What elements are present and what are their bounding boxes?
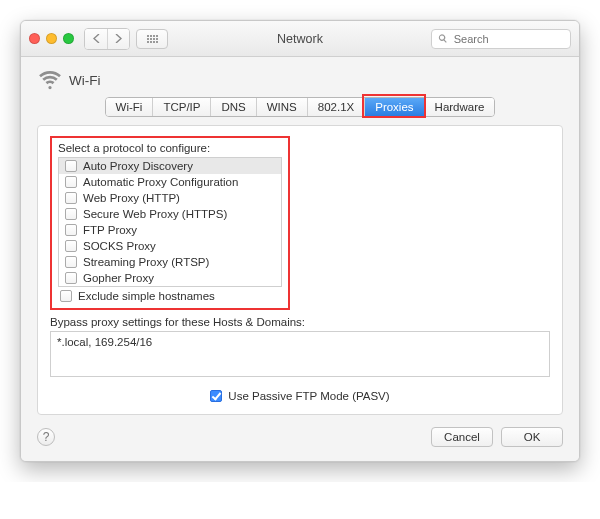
exclude-simple-row[interactable]: Exclude simple hostnames xyxy=(58,287,282,302)
chevron-right-icon xyxy=(115,34,122,43)
exclude-simple-label: Exclude simple hostnames xyxy=(78,290,215,302)
protocol-checkbox[interactable] xyxy=(65,160,77,172)
protocol-checkbox[interactable] xyxy=(65,272,77,284)
protocol-label: Streaming Proxy (RTSP) xyxy=(83,256,209,268)
help-button[interactable]: ? xyxy=(37,428,55,446)
tab-wi-fi[interactable]: Wi-Fi xyxy=(106,98,154,116)
protocol-checkbox[interactable] xyxy=(65,240,77,252)
tab-tcp-ip[interactable]: TCP/IP xyxy=(153,98,211,116)
search-input[interactable] xyxy=(452,32,564,46)
passive-ftp-label: Use Passive FTP Mode (PASV) xyxy=(228,390,389,402)
protocol-row[interactable]: Secure Web Proxy (HTTPS) xyxy=(59,206,281,222)
tab-wins[interactable]: WINS xyxy=(257,98,308,116)
nav-back-forward xyxy=(84,28,130,50)
back-button[interactable] xyxy=(85,29,107,49)
close-window-button[interactable] xyxy=(29,33,40,44)
protocol-checkbox[interactable] xyxy=(65,224,77,236)
zoom-window-button[interactable] xyxy=(63,33,74,44)
passive-ftp-checkbox[interactable] xyxy=(210,390,222,402)
titlebar: Network xyxy=(21,21,579,57)
protocol-row[interactable]: Web Proxy (HTTP) xyxy=(59,190,281,206)
protocol-section-label: Select a protocol to configure: xyxy=(58,142,282,154)
protocol-row[interactable]: Gopher Proxy xyxy=(59,270,281,286)
search-icon xyxy=(438,33,448,44)
protocol-label: Automatic Proxy Configuration xyxy=(83,176,238,188)
protocol-row[interactable]: Automatic Proxy Configuration xyxy=(59,174,281,190)
protocol-label: Auto Proxy Discovery xyxy=(83,160,193,172)
protocol-row[interactable]: Auto Proxy Discovery xyxy=(59,158,281,174)
tab-proxies[interactable]: Proxies xyxy=(365,98,424,116)
protocol-checkbox[interactable] xyxy=(65,256,77,268)
bypass-textarea[interactable] xyxy=(50,331,550,377)
protocol-checkbox[interactable] xyxy=(65,208,77,220)
grid-icon xyxy=(147,35,158,43)
annotation-highlight-protocols: Select a protocol to configure: Auto Pro… xyxy=(50,136,290,310)
footer: ? Cancel OK xyxy=(37,427,563,447)
tab-hardware[interactable]: Hardware xyxy=(425,98,495,116)
preferences-window: Network Wi-Fi Wi-FiTCP/IPDNSWINS802.1XPr… xyxy=(20,20,580,462)
proxies-panel: Select a protocol to configure: Auto Pro… xyxy=(37,125,563,415)
tab-dns[interactable]: DNS xyxy=(211,98,256,116)
ok-button[interactable]: OK xyxy=(501,427,563,447)
protocol-label: Web Proxy (HTTP) xyxy=(83,192,180,204)
protocol-row[interactable]: Streaming Proxy (RTSP) xyxy=(59,254,281,270)
connection-header: Wi-Fi xyxy=(37,69,563,91)
protocol-row[interactable]: FTP Proxy xyxy=(59,222,281,238)
cancel-button[interactable]: Cancel xyxy=(431,427,493,447)
passive-ftp-row[interactable]: Use Passive FTP Mode (PASV) xyxy=(50,390,550,402)
search-field-wrap[interactable] xyxy=(431,29,571,49)
protocol-label: SOCKS Proxy xyxy=(83,240,156,252)
protocol-checkbox[interactable] xyxy=(65,192,77,204)
wifi-icon xyxy=(39,69,61,91)
protocol-list[interactable]: Auto Proxy DiscoveryAutomatic Proxy Conf… xyxy=(58,157,282,287)
tab-802-1x[interactable]: 802.1X xyxy=(308,98,365,116)
protocol-row[interactable]: SOCKS Proxy xyxy=(59,238,281,254)
protocol-label: Secure Web Proxy (HTTPS) xyxy=(83,208,227,220)
protocol-label: Gopher Proxy xyxy=(83,272,154,284)
protocol-label: FTP Proxy xyxy=(83,224,137,236)
show-all-button[interactable] xyxy=(136,29,168,49)
exclude-simple-checkbox[interactable] xyxy=(60,290,72,302)
tabs: Wi-FiTCP/IPDNSWINS802.1XProxiesHardware xyxy=(105,97,496,117)
tab-row: Wi-FiTCP/IPDNSWINS802.1XProxiesHardware xyxy=(37,97,563,117)
bypass-label: Bypass proxy settings for these Hosts & … xyxy=(50,316,550,328)
window-controls xyxy=(29,33,74,44)
connection-name: Wi-Fi xyxy=(69,73,100,88)
minimize-window-button[interactable] xyxy=(46,33,57,44)
window-body: Wi-Fi Wi-FiTCP/IPDNSWINS802.1XProxiesHar… xyxy=(21,57,579,461)
protocol-checkbox[interactable] xyxy=(65,176,77,188)
forward-button[interactable] xyxy=(107,29,129,49)
chevron-left-icon xyxy=(93,34,100,43)
